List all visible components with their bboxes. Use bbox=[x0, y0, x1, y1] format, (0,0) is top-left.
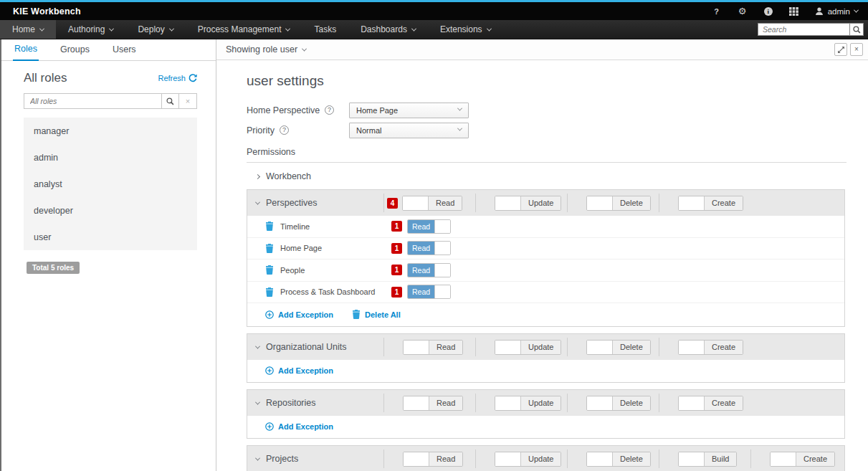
home-perspective-select[interactable]: Home Page bbox=[349, 103, 469, 118]
nav-item-dashboards[interactable]: Dashboards bbox=[348, 20, 428, 39]
chevron-down-icon bbox=[457, 126, 462, 131]
masthead: KIE Workbench ? ⚙ i admin bbox=[0, 2, 868, 20]
nav-item-home[interactable]: Home bbox=[0, 20, 56, 39]
chevron-down-icon bbox=[169, 26, 174, 31]
add-exception-link[interactable]: Add Exception bbox=[265, 422, 333, 431]
help-icon[interactable]: ? bbox=[712, 6, 722, 16]
section-header-projects[interactable]: ProjectsReadUpdateDeleteBuildCreate bbox=[247, 446, 844, 471]
permission-toggle-build[interactable]: Build bbox=[678, 452, 737, 467]
section-title: Organizational Units bbox=[266, 342, 347, 352]
section-title: Perspectives bbox=[266, 198, 318, 208]
tab-groups[interactable]: Groups bbox=[59, 44, 91, 60]
total-roles-badge: Total 5 roles bbox=[27, 262, 80, 274]
main-panel-header: Showing role user × bbox=[216, 39, 868, 60]
permission-toggle-update[interactable]: Update bbox=[495, 452, 561, 467]
section-header-organizational-units[interactable]: Organizational UnitsReadUpdateDeleteCrea… bbox=[247, 334, 844, 360]
role-item-admin[interactable]: admin bbox=[24, 144, 197, 171]
exception-name: People bbox=[280, 266, 391, 275]
delete-icon[interactable] bbox=[265, 222, 274, 231]
toggle-knob bbox=[587, 341, 613, 354]
role-item-developer[interactable]: developer bbox=[24, 197, 197, 224]
gear-icon[interactable]: ⚙ bbox=[738, 6, 748, 16]
tab-roles[interactable]: Roles bbox=[13, 44, 39, 61]
permission-column-delete: Delete bbox=[568, 396, 659, 411]
navbar-search bbox=[758, 23, 864, 36]
help-circle-icon[interactable]: ? bbox=[280, 125, 289, 135]
showing-role-label: Showing role user bbox=[226, 44, 297, 54]
delete-icon[interactable] bbox=[265, 265, 274, 275]
expand-panel-button[interactable] bbox=[834, 43, 847, 56]
navbar-search-button[interactable] bbox=[849, 23, 864, 36]
delete-icon[interactable] bbox=[352, 310, 361, 319]
permission-toggle-read[interactable]: Read bbox=[402, 196, 462, 211]
permission-toggle-update[interactable]: Update bbox=[495, 396, 561, 411]
priority-select[interactable]: Normal bbox=[349, 123, 469, 138]
nav-item-authoring[interactable]: Authoring bbox=[56, 20, 125, 39]
roles-search-clear-button[interactable]: × bbox=[179, 93, 197, 109]
permission-column-read: 4Read bbox=[384, 196, 475, 211]
permission-toggle-delete[interactable]: Delete bbox=[586, 196, 651, 211]
toggle-knob bbox=[403, 196, 429, 210]
exception-count-badge: 1 bbox=[391, 243, 402, 254]
role-item-user[interactable]: user bbox=[24, 224, 197, 250]
permission-section-perspectives: Perspectives4ReadUpdateDeleteCreateTimel… bbox=[247, 189, 845, 327]
permission-toggle-delete[interactable]: Delete bbox=[586, 452, 651, 467]
chevron-down-icon bbox=[255, 343, 260, 348]
showing-role-dropdown[interactable]: Showing role user bbox=[226, 44, 306, 54]
workbench-collapsed-section[interactable]: Workbench bbox=[247, 163, 845, 189]
permission-column-delete: Delete bbox=[568, 340, 659, 355]
permission-toggle-read[interactable]: Read bbox=[403, 452, 463, 467]
permission-toggle-create[interactable]: Create bbox=[678, 196, 743, 211]
permission-toggle-update[interactable]: Update bbox=[495, 196, 561, 211]
user-menu[interactable]: admin bbox=[815, 7, 861, 16]
toggle-label: Read bbox=[429, 396, 462, 410]
sidebar-heading: All roles bbox=[24, 71, 67, 85]
permission-toggle-delete[interactable]: Delete bbox=[586, 396, 651, 411]
permission-section-repositories: RepositoriesReadUpdateDeleteCreateAdd Ex… bbox=[247, 389, 845, 439]
close-panel-button[interactable]: × bbox=[850, 43, 863, 56]
delete-icon[interactable] bbox=[265, 287, 274, 297]
permission-toggle-read[interactable]: Read bbox=[403, 340, 463, 355]
role-item-manager[interactable]: manager bbox=[24, 118, 197, 144]
permission-column-read: Read bbox=[384, 340, 475, 355]
chevron-down-icon bbox=[39, 26, 44, 31]
toggle-label: Build bbox=[705, 452, 736, 466]
nav-item-process-management[interactable]: Process Management bbox=[186, 20, 302, 39]
role-item-analyst[interactable]: analyst bbox=[24, 171, 197, 197]
permission-toggle-delete[interactable]: Delete bbox=[586, 340, 651, 355]
info-icon[interactable]: i bbox=[763, 6, 773, 16]
tab-users[interactable]: Users bbox=[111, 44, 138, 60]
granted-toggle-read[interactable]: Read bbox=[407, 263, 451, 277]
permission-toggle-update[interactable]: Update bbox=[495, 340, 561, 355]
nav-item-tasks[interactable]: Tasks bbox=[302, 20, 348, 39]
nav-item-extensions[interactable]: Extensions bbox=[428, 20, 503, 39]
exception-name: Home Page bbox=[280, 244, 391, 252]
help-circle-icon[interactable]: ? bbox=[325, 105, 334, 115]
roles-search-input[interactable] bbox=[24, 93, 161, 109]
delete-icon[interactable] bbox=[265, 244, 274, 253]
granted-toggle-read[interactable]: Read bbox=[407, 285, 451, 299]
exception-count-badge: 1 bbox=[391, 265, 402, 275]
permission-toggle-create[interactable]: Create bbox=[678, 340, 743, 355]
permission-toggle-read[interactable]: Read bbox=[403, 396, 463, 411]
add-exception-link[interactable]: Add Exception bbox=[265, 310, 333, 319]
section-header-perspectives[interactable]: Perspectives4ReadUpdateDeleteCreate bbox=[247, 190, 844, 216]
apps-icon[interactable] bbox=[789, 6, 799, 16]
toggle-knob bbox=[587, 396, 613, 410]
permission-toggle-create[interactable]: Create bbox=[770, 452, 835, 467]
granted-toggle-read[interactable]: Read bbox=[407, 219, 451, 234]
navbar-search-input[interactable] bbox=[758, 23, 849, 36]
chevron-down-icon bbox=[487, 26, 492, 31]
app-title: KIE Workbench bbox=[13, 6, 81, 16]
delete-all-link[interactable]: Delete All bbox=[352, 310, 401, 319]
refresh-link[interactable]: Refresh bbox=[158, 74, 197, 82]
section-header-repositories[interactable]: RepositoriesReadUpdateDeleteCreate bbox=[247, 390, 844, 416]
section-title: Projects bbox=[266, 454, 298, 464]
toggle-label: Update bbox=[521, 341, 561, 354]
roles-search-button[interactable] bbox=[161, 93, 179, 109]
nav-item-deploy[interactable]: Deploy bbox=[125, 20, 185, 39]
add-exception-link[interactable]: Add Exception bbox=[265, 366, 333, 375]
apps-grid-glyph bbox=[789, 7, 798, 16]
granted-toggle-read[interactable]: Read bbox=[407, 241, 451, 255]
permission-toggle-create[interactable]: Create bbox=[678, 396, 743, 411]
